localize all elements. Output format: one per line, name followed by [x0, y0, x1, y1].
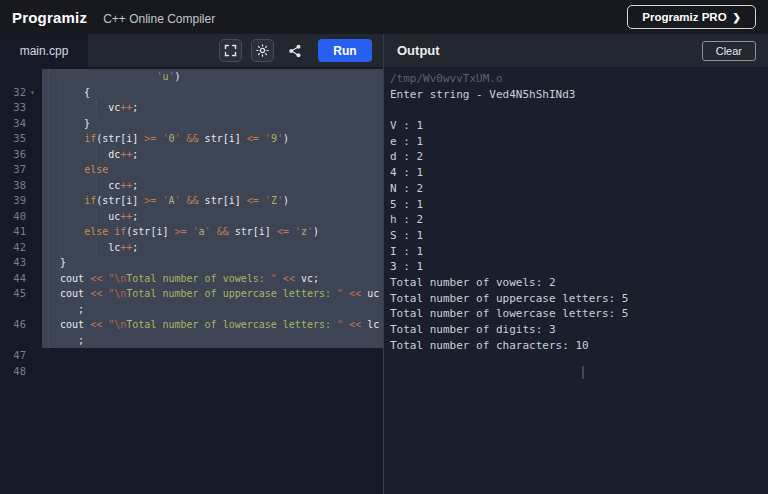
output-terminal[interactable]: /tmp/Wv0wvvTxUM.oEnter string - Ved4N5hS… — [384, 67, 768, 494]
code-text: { — [42, 85, 383, 101]
fold-gutter — [26, 193, 42, 209]
pro-button-label: Programiz PRO — [642, 11, 726, 23]
code-text: cc++; — [42, 178, 383, 194]
code-line[interactable]: ; — [0, 302, 383, 318]
line-number: 34 — [0, 116, 26, 132]
code-line[interactable]: 43 } — [0, 255, 383, 271]
code-text: dc++; — [42, 147, 383, 163]
code-line[interactable]: 35 if(str[i] >= '0' && str[i] <= '9') — [0, 131, 383, 147]
line-number: 36 — [0, 147, 26, 163]
code-line[interactable]: ; — [0, 333, 383, 349]
output-line: 3 : 1 — [390, 259, 768, 275]
code-text: cout << "\nTotal number of lowercase let… — [42, 317, 383, 333]
indent-guide — [60, 85, 61, 271]
code-line[interactable]: 34 } — [0, 116, 383, 132]
clear-button[interactable]: Clear — [702, 41, 756, 61]
output-line: Enter string - Ved4N5hShINd3 — [390, 87, 768, 103]
fold-gutter — [26, 131, 42, 147]
indent-guide — [96, 209, 97, 225]
fold-gutter — [26, 364, 42, 380]
output-line: V : 1 — [390, 118, 768, 134]
indent-guide — [96, 100, 97, 116]
line-number — [0, 333, 26, 349]
code-line[interactable]: 46 cout << "\nTotal number of lowercase … — [0, 317, 383, 333]
indent-guide — [96, 178, 97, 194]
code-line[interactable]: 32▾ { — [0, 85, 383, 101]
line-number: 41 — [0, 224, 26, 240]
line-number: 32 — [0, 85, 26, 101]
fold-gutter — [26, 224, 42, 240]
chevron-right-icon: ❯ — [733, 12, 741, 23]
fold-gutter — [26, 271, 42, 287]
code-text: else if(str[i] >= 'a' && str[i] <= 'z') — [42, 224, 383, 240]
code-line[interactable]: 40 uc++; — [0, 209, 383, 225]
code-text: ; — [42, 302, 383, 318]
code-line[interactable]: 44 cout << "\nTotal number of vowels: " … — [0, 271, 383, 287]
code-line[interactable]: 33 vc++; — [0, 100, 383, 116]
line-number: 48 — [0, 364, 26, 380]
code-line[interactable]: 37 else — [0, 162, 383, 178]
code-text: cout << "\nTotal number of vowels: " << … — [42, 271, 383, 287]
fold-gutter — [26, 255, 42, 271]
editor-panel: main.cpp — [0, 34, 384, 494]
fold-gutter — [26, 333, 42, 349]
code-line[interactable]: 36 dc++; — [0, 147, 383, 163]
tab-label: main.cpp — [20, 44, 69, 58]
output-header: Output Clear — [384, 34, 768, 67]
fold-gutter — [26, 348, 42, 364]
line-number: 43 — [0, 255, 26, 271]
output-line: e : 1 — [390, 134, 768, 150]
fold-gutter — [26, 240, 42, 256]
fold-gutter — [26, 162, 42, 178]
brand: Programiz C++ Online Compiler — [12, 9, 215, 26]
output-line: Total number of vowels: 2 — [390, 275, 768, 291]
output-line: Total number of uppercase letters: 5 — [390, 291, 768, 307]
share-button[interactable] — [283, 39, 306, 62]
code-editor[interactable]: 'u')32▾ {33 vc++;34 }35 if(str[i] >= '0'… — [0, 67, 383, 494]
code-line[interactable]: 'u') — [0, 69, 383, 85]
fullscreen-button[interactable] — [219, 39, 242, 62]
code-line[interactable]: 47 — [0, 348, 383, 364]
theme-toggle-button[interactable] — [251, 39, 274, 62]
code-text: } — [42, 116, 383, 132]
terminal-cursor — [582, 366, 584, 379]
line-number: 45 — [0, 286, 26, 302]
code-line[interactable]: 38 cc++; — [0, 178, 383, 194]
programiz-pro-button[interactable]: Programiz PRO ❯ — [627, 5, 756, 29]
editor-toolbar: main.cpp — [0, 34, 383, 67]
line-number: 33 — [0, 100, 26, 116]
output-line: d : 2 — [390, 149, 768, 165]
tab-main-cpp[interactable]: main.cpp — [0, 34, 88, 67]
output-line: I : 1 — [390, 244, 768, 260]
code-text — [42, 364, 383, 380]
run-button[interactable]: Run — [318, 39, 372, 62]
line-number: 40 — [0, 209, 26, 225]
code-text — [42, 348, 383, 364]
output-line: /tmp/Wv0wvvTxUM.o — [390, 71, 768, 87]
output-title: Output — [384, 43, 440, 58]
output-line: Total number of characters: 10 — [390, 338, 768, 354]
fold-gutter — [26, 178, 42, 194]
fold-gutter — [26, 317, 42, 333]
main-split: main.cpp — [0, 34, 768, 494]
code-line[interactable]: 39 if(str[i] >= 'A' && str[i] <= 'Z') — [0, 193, 383, 209]
code-line[interactable]: 41 else if(str[i] >= 'a' && str[i] <= 'z… — [0, 224, 383, 240]
code-text: uc++; — [42, 209, 383, 225]
line-number: 47 — [0, 348, 26, 364]
code-line[interactable]: 48 — [0, 364, 383, 380]
line-number: 39 — [0, 193, 26, 209]
app-subtitle: C++ Online Compiler — [103, 12, 215, 26]
share-icon — [288, 44, 302, 58]
fold-gutter — [26, 69, 42, 85]
output-panel: Output Clear /tmp/Wv0wvvTxUM.oEnter stri… — [384, 34, 768, 494]
output-lines: /tmp/Wv0wvvTxUM.oEnter string - Ved4N5hS… — [390, 71, 768, 353]
code-line[interactable]: 45 cout << "\nTotal number of uppercase … — [0, 286, 383, 302]
code-line[interactable]: 42 lc++; — [0, 240, 383, 256]
fold-gutter — [26, 286, 42, 302]
top-nav: Programiz C++ Online Compiler Programiz … — [0, 0, 768, 34]
fold-arrow-icon[interactable]: ▾ — [26, 85, 42, 101]
line-number: 46 — [0, 317, 26, 333]
programiz-logo[interactable]: Programiz — [12, 9, 87, 26]
indent-guide — [96, 147, 97, 163]
code-text: ; — [42, 333, 383, 349]
